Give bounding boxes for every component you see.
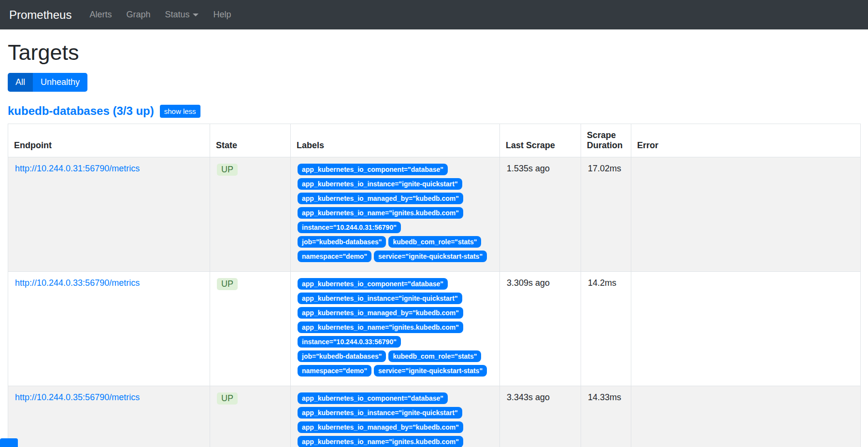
label-badge: service="ignite-quickstart-stats" (374, 251, 487, 262)
last-scrape-cell: 3.343s ago (500, 386, 581, 447)
filter-all-button[interactable]: All (8, 73, 33, 92)
label-badge: app_kubernetes_io_managed_by="kubedb.com… (298, 421, 463, 433)
brand-prometheus[interactable]: Prometheus (9, 8, 71, 22)
labels-cell: app_kubernetes_io_component="database"ap… (291, 157, 500, 272)
table-row: http://10.244.0.31:56790/metricsUPapp_ku… (8, 157, 861, 272)
nav-item-help[interactable]: Help (206, 5, 238, 25)
nav-item-alerts[interactable]: Alerts (82, 5, 119, 25)
label-badge: app_kubernetes_io_component="database" (298, 392, 448, 404)
label-badge: app_kubernetes_io_component="database" (298, 164, 448, 175)
label-badge: app_kubernetes_io_name="ignites.kubedb.c… (298, 436, 463, 447)
endpoint-link[interactable]: http://10.244.0.33:56790/metrics (15, 278, 140, 288)
header-labels: Labels (291, 124, 500, 157)
label-badge: namespace="demo" (298, 365, 371, 377)
endpoint-cell: http://10.244.0.33:56790/metrics (8, 272, 210, 386)
job-title: kubedb-databases (3/3 up) (8, 104, 154, 118)
cutoff-button-fragment[interactable] (0, 438, 18, 447)
label-badge: app_kubernetes_io_instance="ignite-quick… (298, 293, 462, 304)
table-header-row: Endpoint State Labels Last Scrape Scrape… (8, 124, 861, 157)
labels-cell: app_kubernetes_io_component="database"ap… (291, 386, 500, 447)
main-content: Targets All Unhealthy kubedb-databases (… (0, 40, 868, 447)
last-scrape-cell: 1.535s ago (500, 157, 581, 272)
labels-cell: app_kubernetes_io_component="database"ap… (291, 272, 500, 386)
header-scrape-duration: Scrape Duration (581, 124, 631, 157)
label-badge: instance="10.244.0.33:56790" (298, 336, 401, 348)
label-badge: namespace="demo" (298, 251, 371, 262)
label-badge: job="kubedb-databases" (298, 350, 386, 362)
target-filter-group: All Unhealthy (8, 73, 87, 92)
last-scrape-cell: 3.309s ago (500, 272, 581, 386)
header-state: State (210, 124, 291, 157)
label-badge: app_kubernetes_io_name="ignites.kubedb.c… (298, 321, 463, 333)
error-cell (631, 386, 861, 447)
header-endpoint: Endpoint (8, 124, 210, 157)
endpoint-link[interactable]: http://10.244.0.31:56790/metrics (15, 164, 140, 173)
scrape-duration-cell: 14.2ms (581, 272, 631, 386)
show-less-button[interactable]: show less (160, 105, 200, 118)
table-row: http://10.244.0.35:56790/metricsUPapp_ku… (8, 386, 861, 447)
label-badge: app_kubernetes_io_component="database" (298, 278, 448, 290)
label-badge: job="kubedb-databases" (298, 236, 386, 248)
error-cell (631, 272, 861, 386)
page-title: Targets (8, 40, 860, 65)
navbar: Prometheus Alerts Graph Status Help (0, 0, 868, 29)
header-last-scrape: Last Scrape (500, 124, 581, 157)
job-header: kubedb-databases (3/3 up) show less (8, 104, 860, 118)
nav-item-status-label: Status (165, 10, 189, 20)
label-badge: kubedb_com_role="stats" (388, 350, 481, 362)
state-cell: UP (210, 386, 291, 447)
label-badge: app_kubernetes_io_managed_by="kubedb.com… (298, 193, 463, 204)
table-row: http://10.244.0.33:56790/metricsUPapp_ku… (8, 272, 861, 386)
label-badge: service="ignite-quickstart-stats" (374, 365, 487, 377)
state-up-badge: UP (217, 392, 238, 405)
label-badge: app_kubernetes_io_instance="ignite-quick… (298, 407, 462, 419)
nav-item-graph[interactable]: Graph (119, 5, 157, 25)
endpoint-cell: http://10.244.0.31:56790/metrics (8, 157, 210, 272)
endpoint-link[interactable]: http://10.244.0.35:56790/metrics (15, 392, 140, 402)
label-badge: instance="10.244.0.31:56790" (298, 222, 401, 233)
header-error: Error (631, 124, 861, 157)
label-badge: app_kubernetes_io_managed_by="kubedb.com… (298, 307, 463, 319)
scrape-duration-cell: 17.02ms (581, 157, 631, 272)
state-cell: UP (210, 157, 291, 272)
endpoint-cell: http://10.244.0.35:56790/metrics (8, 386, 210, 447)
filter-unhealthy-button[interactable]: Unhealthy (33, 73, 87, 92)
label-badge: kubedb_com_role="stats" (388, 236, 481, 248)
targets-table: Endpoint State Labels Last Scrape Scrape… (8, 124, 861, 447)
label-badge: app_kubernetes_io_instance="ignite-quick… (298, 178, 462, 190)
scrape-duration-cell: 14.33ms (581, 386, 631, 447)
error-cell (631, 157, 861, 272)
nav-item-status[interactable]: Status (157, 5, 206, 25)
label-badge: app_kubernetes_io_name="ignites.kubedb.c… (298, 207, 463, 219)
state-cell: UP (210, 272, 291, 386)
state-up-badge: UP (217, 164, 238, 176)
chevron-down-icon (193, 14, 199, 16)
state-up-badge: UP (217, 278, 238, 290)
